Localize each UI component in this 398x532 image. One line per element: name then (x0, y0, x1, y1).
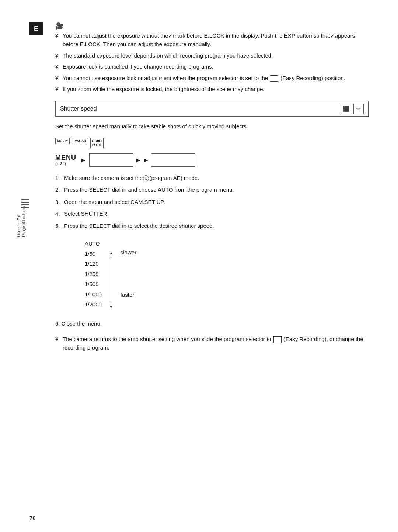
menu-word: MENU (55, 154, 76, 161)
menu-label-col: MENU ( □34) (55, 154, 78, 166)
arrow-down-icon (109, 303, 113, 309)
step-1-text: Make sure the camera is set theQ(program… (64, 175, 199, 181)
bullet-text-1: You cannot adjust the exposure without t… (63, 32, 355, 47)
section-header-title: Shutter speed (60, 105, 97, 112)
step-3-text: Open the menu and select CAM.SET UP. (64, 199, 165, 205)
steps-list: 1. Make sure the camera is set theQ(prog… (55, 174, 369, 230)
step-5-num: 5. (55, 222, 60, 230)
shutter-arrow-col (109, 239, 113, 309)
shutter-1-50: 1/50 (85, 249, 102, 259)
mode-icon-movie: MOVIE (55, 138, 70, 144)
menu-box-2 (151, 153, 195, 167)
shutter-values: AUTO 1/50 1/120 1/250 1/500 1/1000 1/200… (85, 239, 102, 309)
movie-label: MOVIE (57, 139, 68, 143)
section-header: Shutter speed ⬛ ✏ (55, 101, 369, 117)
shutter-1-500: 1/500 (85, 279, 102, 289)
menu-box-1 (89, 153, 133, 167)
step-2: 2. Press the SELECT dial in and choose A… (55, 186, 369, 194)
bullet-text-5: If you zoom while the exposure is locked… (63, 86, 265, 92)
mode-icon-pscan: P·SCAN (72, 138, 88, 144)
shutter-1-120: 1/120 (85, 259, 102, 269)
bullet-item-1: You cannot adjust the exposure without t… (55, 32, 369, 49)
pencil-icon: ✏ (356, 106, 361, 112)
bullet-item-5: If you zoom while the exposure is locked… (55, 85, 369, 94)
program-ae-icon: Q (143, 175, 149, 181)
shutter-1-250: 1/250 (85, 270, 102, 279)
header-icons: ⬛ ✏ (341, 104, 364, 114)
shutter-table: AUTO 1/50 1/120 1/250 1/500 1/1000 1/200… (85, 239, 369, 309)
step-1: 1. Make sure the camera is set theQ(prog… (55, 174, 369, 182)
mode-icon-card-rec: CARDR E C (90, 138, 104, 148)
easy-rec-inline-bottom (273, 336, 281, 343)
bullet-text-4: You cannot use exposure lock or adjustme… (63, 75, 345, 81)
arrow-line (111, 257, 111, 302)
pscan-label: P·SCAN (74, 139, 86, 143)
bottom-notes: The camera returns to the auto shutter s… (55, 335, 369, 352)
menu-diagram: MENU ( □34) ▶ ▶ ▶ (55, 153, 369, 167)
bottom-note-1: The camera returns to the auto shutter s… (55, 335, 369, 352)
step-5-text: Press the SELECT dial in to select the d… (64, 223, 214, 229)
shutter-label-faster: faster (121, 292, 136, 298)
step-2-num: 2. (55, 186, 60, 194)
step-5: 5. Press the SELECT dial in to select th… (55, 222, 369, 230)
header-icon-1: ⬛ (341, 104, 351, 114)
menu-ref: ( □34) (55, 161, 66, 166)
menu-arrow-3: ▶ (144, 157, 148, 163)
shutter-auto: AUTO (85, 239, 102, 248)
camera-icon: 🎥 (55, 22, 369, 30)
step-4-num: 4. (55, 210, 60, 218)
menu-arrow-2: ▶ (136, 157, 140, 163)
shutter-labels-col: slower faster (121, 239, 136, 298)
step-3-num: 3. (55, 198, 60, 206)
step-4-text: Select SHUTTER. (64, 211, 109, 217)
filmstrip-icon: ⬛ (343, 106, 349, 112)
page-container: 🎥 You cannot adjust the exposure without… (0, 0, 398, 532)
mode-icons-row: MOVIE P·SCAN CARDR E C (55, 138, 369, 148)
bottom-note-text-1: The camera returns to the auto shutter s… (63, 336, 363, 351)
step-2-text: Press the SELECT dial in and choose AUTO… (64, 187, 234, 193)
header-icon-2: ✏ (353, 104, 364, 114)
shutter-1-1000: 1/1000 (85, 290, 102, 299)
content-area: 🎥 You cannot adjust the exposure without… (55, 22, 369, 352)
menu-arrow-1: ▶ (81, 157, 85, 163)
arrow-up-icon (109, 249, 113, 255)
step-6: 6. Close the menu. (55, 320, 369, 328)
bullet-text-2: The standard exposure level depends on w… (63, 52, 273, 59)
section-intro: Set the shutter speed manually to take s… (55, 122, 369, 131)
shutter-1-2000: 1/2000 (85, 300, 102, 309)
bullet-item-3: Exposure lock is cancelled if you change… (55, 63, 369, 71)
card-rec-label: CARDR E C (92, 139, 102, 147)
top-note-area: 🎥 You cannot adjust the exposure without… (55, 22, 369, 94)
shutter-label-slower: slower (121, 249, 136, 255)
step-1-num: 1. (55, 174, 60, 182)
easy-rec-inline (270, 75, 278, 82)
step-4: 4. Select SHUTTER. (55, 210, 369, 218)
step-3: 3. Open the menu and select CAM.SET UP. (55, 198, 369, 206)
bullet-text-3: Exposure lock is cancelled if you change… (63, 63, 213, 70)
bullet-item-4: You cannot use exposure lock or adjustme… (55, 74, 369, 83)
bullet-item-2: The standard exposure level depends on w… (55, 52, 369, 60)
top-bullet-list: You cannot adjust the exposure without t… (55, 32, 369, 94)
